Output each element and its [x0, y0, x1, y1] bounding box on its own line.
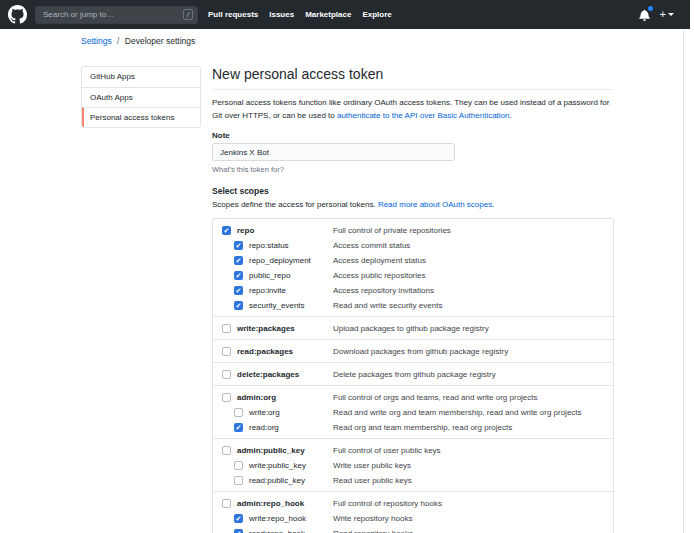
select-scopes-label: Select scopes [212, 186, 613, 196]
scope-checkbox-read-public-key[interactable] [234, 476, 243, 485]
scope-description: Access repository invitations [333, 286, 434, 295]
caret-down-icon [668, 13, 674, 16]
scope-description: Upload packages to github package regist… [333, 324, 489, 333]
scope-left-cell: write:public_key [222, 461, 333, 470]
scope-name-label: repo:status [249, 241, 289, 250]
scope-checkbox-repo-deployment[interactable] [234, 256, 243, 265]
header-nav-issues[interactable]: Issues [269, 10, 294, 19]
scope-checkbox-delete-packages[interactable] [222, 370, 231, 379]
header-right-group: + [639, 9, 674, 21]
scope-checkbox-write-public-key[interactable] [234, 461, 243, 470]
scope-checkbox-public-repo[interactable] [234, 271, 243, 280]
note-help-text: What's this token for? [212, 165, 613, 174]
github-logo[interactable] [8, 5, 27, 24]
scope-row-repo-deployment: repo_deploymentAccess deployment status [213, 253, 613, 268]
scope-left-cell: read:org [222, 423, 333, 432]
scope-left-cell: write:org [222, 408, 333, 417]
scope-row-repo: repoFull control of private repositories [213, 222, 613, 238]
scope-checkbox-repo[interactable] [222, 226, 231, 235]
scope-description: Read and write org and team membership, … [333, 408, 582, 417]
sidebar-menu: GitHub AppsOAuth AppsPersonal access tok… [81, 66, 201, 128]
scope-name-label: read:packages [237, 347, 293, 356]
scope-name-label: read:repo_hook [249, 529, 305, 533]
scope-description: Read user public keys [333, 476, 412, 485]
scope-checkbox-admin-public-key[interactable] [222, 446, 231, 455]
search-placeholder: Search or jump to… [43, 10, 114, 19]
scope-name-label: delete:packages [237, 370, 299, 379]
header-nav: Pull requestsIssuesMarketplaceExplore [208, 10, 392, 19]
note-input[interactable] [212, 143, 455, 161]
main-panel: New personal access token Personal acces… [212, 66, 613, 533]
scope-name-label: read:public_key [249, 476, 305, 485]
scope-checkbox-admin-repo-hook[interactable] [222, 499, 231, 508]
scope-left-cell: delete:packages [222, 370, 333, 379]
scope-checkbox-repo-invite[interactable] [234, 286, 243, 295]
scope-row-write-packages: write:packagesUpload packages to github … [213, 320, 613, 336]
search-input[interactable]: Search or jump to… / [35, 6, 198, 24]
scope-checkbox-write-repo-hook[interactable] [234, 514, 243, 523]
header-nav-marketplace[interactable]: Marketplace [305, 10, 351, 19]
scope-checkbox-write-org[interactable] [234, 408, 243, 417]
breadcrumb-settings-link[interactable]: Settings [81, 36, 112, 46]
sidebar-item-github-apps[interactable]: GitHub Apps [82, 67, 200, 87]
scope-row-repo-status: repo:statusAccess commit status [213, 238, 613, 253]
scope-name-label: admin:public_key [237, 446, 305, 455]
page-title: New personal access token [212, 66, 613, 90]
scope-description: Full control of user public keys [333, 446, 441, 455]
breadcrumb: Settings / Developer settings [81, 36, 195, 46]
sidebar-item-personal-access-tokens[interactable]: Personal access tokens [82, 107, 200, 127]
scope-checkbox-security-events[interactable] [234, 301, 243, 310]
sidebar-item-oauth-apps[interactable]: OAuth Apps [82, 87, 200, 107]
scope-checkbox-read-org[interactable] [234, 423, 243, 432]
scope-name-label: security_events [249, 301, 305, 310]
scope-group: admin:public_keyFull control of user pub… [213, 438, 613, 491]
scope-name-label: repo:invite [249, 286, 286, 295]
header-nav-explore[interactable]: Explore [362, 10, 391, 19]
basic-auth-link[interactable]: authenticate to the API over Basic Authe… [337, 111, 510, 120]
unread-notification-dot [648, 6, 653, 11]
scope-name-label: admin:repo_hook [237, 499, 304, 508]
scope-description: Full control of private repositories [333, 226, 451, 235]
scope-name-label: read:org [249, 423, 279, 432]
scope-checkbox-admin-org[interactable] [222, 393, 231, 402]
scope-checkbox-read-packages[interactable] [222, 347, 231, 356]
scope-row-repo-invite: repo:inviteAccess repository invitations [213, 283, 613, 298]
scope-left-cell: security_events [222, 301, 333, 310]
scope-checkbox-read-repo-hook[interactable] [234, 529, 243, 533]
scope-checkbox-repo-status[interactable] [234, 241, 243, 250]
scope-row-admin-org: admin:orgFull control of orgs and teams,… [213, 389, 613, 405]
scope-name-label: write:org [249, 408, 280, 417]
scope-left-cell: public_repo [222, 271, 333, 280]
page-right-border [683, 29, 684, 533]
intro-paragraph: Personal access tokens function like ord… [212, 96, 613, 122]
scope-description: Delete packages from github package regi… [333, 370, 496, 379]
github-octocat-icon [8, 5, 27, 24]
scope-description: Download packages from github package re… [333, 347, 508, 356]
scope-name-label: repo [237, 226, 254, 235]
scope-group: repoFull control of private repositories… [213, 219, 613, 316]
create-new-dropdown[interactable]: + [660, 9, 674, 20]
oauth-scopes-link[interactable]: Read more about OAuth scopes. [378, 200, 495, 209]
scope-left-cell: read:packages [222, 347, 333, 356]
note-label: Note [212, 131, 613, 140]
scope-group: admin:orgFull control of orgs and teams,… [213, 385, 613, 438]
breadcrumb-current-page: Developer settings [125, 36, 195, 46]
plus-icon: + [660, 9, 666, 20]
header-nav-pull-requests[interactable]: Pull requests [208, 10, 258, 19]
scope-left-cell: repo:status [222, 241, 333, 250]
scope-row-read-public-key: read:public_keyRead user public keys [213, 473, 613, 488]
scope-group: read:packagesDownload packages from gith… [213, 339, 613, 362]
scope-left-cell: read:public_key [222, 476, 333, 485]
scope-checkbox-write-packages[interactable] [222, 324, 231, 333]
slash-key-hint: / [183, 9, 193, 20]
scope-left-cell: repo [222, 226, 333, 235]
scope-row-read-org: read:orgRead org and team membership, re… [213, 420, 613, 435]
scope-group: admin:repo_hookFull control of repositor… [213, 491, 613, 533]
scope-row-read-repo-hook: read:repo_hookRead repository hooks [213, 526, 613, 533]
scope-description: Full control of orgs and teams, read and… [333, 393, 538, 402]
scopes-description: Scopes define the access for personal to… [212, 200, 613, 209]
notifications-button[interactable] [639, 9, 650, 21]
scope-name-label: write:public_key [249, 461, 306, 470]
scope-row-write-org: write:orgRead and write org and team mem… [213, 405, 613, 420]
content-container: GitHub AppsOAuth AppsPersonal access tok… [81, 66, 613, 533]
